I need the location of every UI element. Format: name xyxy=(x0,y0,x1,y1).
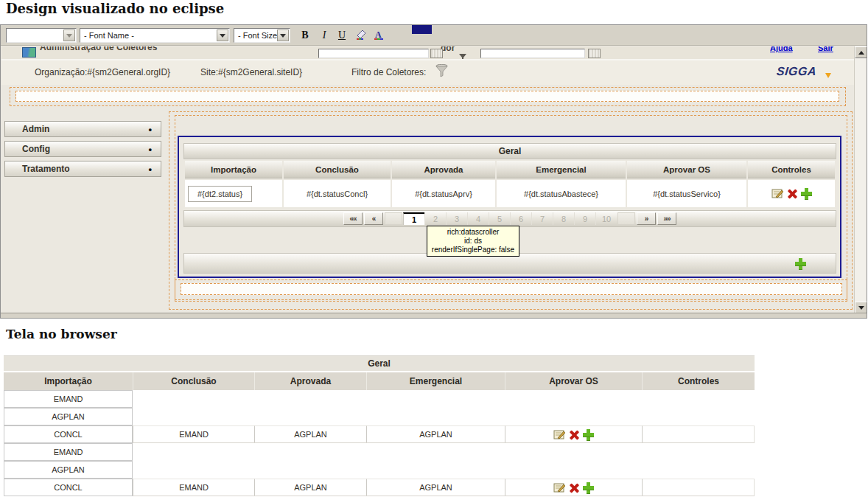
edit-icon[interactable] xyxy=(553,429,566,440)
delete-icon[interactable] xyxy=(787,188,798,199)
help-link[interactable]: Ajuda xyxy=(770,46,793,52)
edit-icon[interactable] xyxy=(771,188,784,199)
chevron-down-icon[interactable] xyxy=(217,29,228,41)
clipped-window-artifact xyxy=(412,25,432,34)
column-header: Aprovada xyxy=(254,372,366,390)
tooltip-line: rich:datascroller xyxy=(430,228,517,237)
font-name-combo[interactable]: - Font Name - xyxy=(80,28,230,43)
page-header-clipped: Administração de Coletores dor Ajuda Sai… xyxy=(1,46,854,59)
sidebar-item-tratamento[interactable]: Tratamento • xyxy=(4,161,161,177)
table-title: Geral xyxy=(368,358,391,369)
pagination-last-button[interactable]: »» xyxy=(657,212,676,225)
pagination-first-button[interactable]: «« xyxy=(343,212,363,225)
pagination-page-10[interactable]: 10 xyxy=(595,212,617,225)
table-title: Geral xyxy=(499,146,522,156)
font-size-combo[interactable]: - Font Size - xyxy=(234,28,290,43)
column-header: Conclusão xyxy=(133,372,254,390)
pagination-page-7[interactable]: 7 xyxy=(531,212,553,225)
table-title-bar: Geral xyxy=(183,143,836,159)
cell-aprovada: AGPLAN xyxy=(254,479,366,496)
delete-icon[interactable] xyxy=(569,482,580,493)
sidebar-item-label: Tratamento xyxy=(22,164,70,174)
cell-emergencial: AGPLAN xyxy=(366,479,505,496)
pagination-page-1[interactable]: 1 xyxy=(403,212,424,225)
pagination-next-button[interactable]: » xyxy=(637,212,656,225)
section-title-eclipse: Design visualizado no eclipse xyxy=(6,1,224,16)
pagination-page-5[interactable]: 5 xyxy=(489,212,510,225)
cell-aprovada: #{dt.statusAprv} xyxy=(392,180,495,207)
funnel-small-icon xyxy=(458,51,467,59)
group-cell: AGPLAN xyxy=(366,443,505,496)
cell-emergencial: AGPLAN xyxy=(366,425,505,442)
window-bottom-edge xyxy=(1,313,867,318)
bold-button[interactable]: B xyxy=(297,27,313,43)
pagination-page-8[interactable]: 8 xyxy=(553,212,574,225)
bullet-icon: • xyxy=(148,164,152,175)
column-header: Aprovar OS xyxy=(505,372,642,390)
column-aprovada: AGPLAN AGPLAN xyxy=(254,390,366,496)
pagination-prev-button[interactable]: « xyxy=(364,212,383,225)
organizacao-label: Organização:#{sm2General.orgID} xyxy=(35,67,170,77)
table-header-row: Importação Conclusão Aprovada Emergencia… xyxy=(4,372,755,390)
group-cell: EMAND xyxy=(133,443,254,496)
column-header: Emergencial xyxy=(366,372,505,390)
pagination-page-4[interactable]: 4 xyxy=(467,212,489,225)
coletor-input-2[interactable] xyxy=(480,49,585,58)
cell-conclusao: EMAND xyxy=(133,479,254,496)
sidebar-item-config[interactable]: Config • xyxy=(4,141,161,157)
pagination-page-9[interactable]: 9 xyxy=(574,212,595,225)
italic-button[interactable]: I xyxy=(316,27,332,43)
tooltip-line: id: ds xyxy=(430,237,517,246)
cell-importacao: EMAND xyxy=(4,390,133,408)
group-cell xyxy=(642,443,755,496)
cell-importacao: AGPLAN xyxy=(4,408,133,425)
scroll-down-button[interactable] xyxy=(855,302,867,313)
lookup-grid-button-2[interactable] xyxy=(588,49,601,58)
cell-importacao: CONCL xyxy=(4,425,133,443)
group-cell: AGPLAN xyxy=(254,390,366,443)
exit-link[interactable]: Sair xyxy=(818,46,833,52)
table-body: EMAND AGPLAN CONCL EMAND AGPLAN CONCL EM… xyxy=(4,390,755,496)
svg-text:A: A xyxy=(375,29,382,40)
chevron-down-icon[interactable] xyxy=(277,29,289,41)
cell-aprovar-os xyxy=(505,479,642,496)
table-header-row: Importação Conclusão Aprovada Emergencia… xyxy=(185,161,835,178)
filter-funnel-icon[interactable] xyxy=(435,64,448,80)
datatable-panel: Geral Importação Conclusão Aprovada Emer… xyxy=(178,136,841,278)
scroll-up-button[interactable] xyxy=(855,46,867,58)
sigga-logo: SIGGA xyxy=(776,65,817,78)
pagination-spacer xyxy=(617,212,635,225)
font-color-icon[interactable]: A xyxy=(371,27,387,43)
cell-importacao: CONCL xyxy=(4,479,133,496)
column-header: Emergencial xyxy=(497,161,626,178)
sidebar-item-label: Config xyxy=(22,144,50,154)
style-combo[interactable] xyxy=(6,28,77,43)
chevron-down-icon[interactable] xyxy=(63,29,75,41)
underline-button[interactable]: U xyxy=(334,27,350,43)
sidebar-item-admin[interactable]: Admin • xyxy=(4,121,161,137)
bullet-icon: • xyxy=(148,144,152,155)
vertical-scrollbar[interactable] xyxy=(854,46,867,313)
delete-icon[interactable] xyxy=(569,429,580,440)
add-icon[interactable] xyxy=(801,188,812,199)
cell-controles xyxy=(748,180,835,207)
pagination-page-6[interactable]: 6 xyxy=(510,212,531,225)
add-icon[interactable] xyxy=(795,258,806,269)
group-cell: AGPLAN xyxy=(366,390,505,443)
lookup-grid-button-1[interactable] xyxy=(430,49,443,58)
cell-importacao: EMAND xyxy=(4,443,133,461)
column-aprovar-os xyxy=(505,390,642,496)
cell-conclusao: #{dt.statusConcl} xyxy=(284,180,391,207)
add-icon[interactable] xyxy=(583,482,594,493)
coletor-input-1[interactable] xyxy=(318,49,429,58)
pagination-page-2[interactable]: 2 xyxy=(424,212,446,225)
group-cell xyxy=(505,390,642,443)
highlight-brush-icon[interactable] xyxy=(353,27,369,43)
column-conclusao: EMAND EMAND xyxy=(133,390,254,496)
bullet-icon: • xyxy=(148,124,152,135)
edit-icon[interactable] xyxy=(553,482,566,493)
group-cell xyxy=(642,390,755,443)
table-row: #{dt2.status} #{dt.statusConcl} #{dt.sta… xyxy=(185,180,835,207)
add-icon[interactable] xyxy=(583,429,594,440)
pagination-page-3[interactable]: 3 xyxy=(446,212,467,225)
